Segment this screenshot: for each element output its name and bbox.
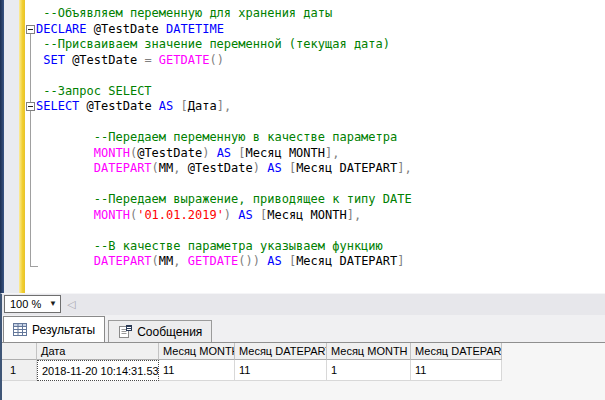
- code-token-plain: Дата: [188, 99, 217, 113]
- collapse-toggle-icon[interactable]: [26, 25, 35, 34]
- grid-corner-cell[interactable]: [2, 343, 37, 360]
- code-token-keyword: AS: [267, 254, 281, 268]
- code-token-operator: =: [144, 53, 158, 67]
- code-line: DATEPART(MM, @TestDate) AS [Месяц DATEPA…: [36, 161, 605, 177]
- code-token-keyword: AS: [217, 146, 231, 160]
- code-line: --Объявляем переменную для хранения даты: [36, 6, 605, 22]
- code-token-plain: [36, 146, 94, 160]
- code-token-plain: [36, 208, 94, 222]
- indicator-margin: [4, 0, 19, 293]
- code-token-operator: [: [231, 146, 245, 160]
- code-token-keyword: DATETIME: [166, 22, 224, 36]
- code-token-keyword: AS: [238, 208, 252, 222]
- code-token-function: MONTH: [94, 208, 130, 222]
- code-token-function: MONTH: [94, 146, 130, 160]
- code-token-keyword: SET: [43, 53, 65, 67]
- code-token-operator: [: [282, 254, 296, 268]
- code-token-plain: @TestDate: [137, 146, 202, 160]
- code-token-plain: @TestDate: [87, 22, 166, 36]
- code-line: [36, 115, 605, 131]
- code-token-operator: ()): [238, 254, 267, 268]
- code-token-operator: (: [152, 254, 159, 268]
- code-token-plain: @TestDate: [188, 161, 253, 175]
- horizontal-scrollbar[interactable]: ◁: [63, 294, 605, 316]
- code-token-keyword: AS: [267, 161, 281, 175]
- code-token-comment: --Присваиваем значение переменной (текущ…: [36, 37, 390, 51]
- code-token-operator: ,: [173, 254, 187, 268]
- grid-header-row: ДатаМесяц MONTHМесяц DATEPARTМесяц MONTH…: [2, 343, 605, 360]
- code-token-operator: (: [152, 161, 159, 175]
- messages-icon: [118, 325, 132, 338]
- code-line: [36, 223, 605, 239]
- code-token-plain: [36, 254, 94, 268]
- code-token-keyword: DECLARE: [36, 22, 87, 36]
- grid-rows: 12018-11-20 10:14:31.5301111111: [2, 360, 605, 381]
- code-area[interactable]: --Объявляем переменную для хранения даты…: [36, 6, 605, 270]
- code-token-plain: Месяц MONTH: [246, 146, 325, 160]
- code-token-comment: --В качестве параметра указываем функцию: [36, 239, 383, 253]
- code-token-plain: Месяц DATEPART: [296, 254, 397, 268]
- column-header[interactable]: Месяц MONTH: [159, 343, 235, 360]
- code-line: --Присваиваем значение переменной (текущ…: [36, 37, 605, 53]
- scroll-left-icon[interactable]: ◁: [67, 298, 75, 311]
- column-header[interactable]: Дата: [37, 343, 159, 360]
- outline-region-line: [30, 30, 31, 267]
- code-line: SELECT @TestDate AS [Дата],: [36, 99, 605, 115]
- code-token-plain: Месяц DATEPART: [296, 161, 397, 175]
- ssms-query-window: --Объявляем переменную для хранения даты…: [0, 0, 605, 400]
- collapse-toggle-icon[interactable]: [26, 102, 35, 111]
- code-token-operator: [: [173, 99, 187, 113]
- grid-cell[interactable]: 11: [235, 360, 327, 381]
- code-line: [36, 177, 605, 193]
- code-token-operator: ]: [397, 254, 404, 268]
- column-header[interactable]: Месяц DATEPART: [411, 343, 502, 360]
- code-line: [36, 68, 605, 84]
- results-grid-icon: [13, 323, 27, 336]
- code-line: DATEPART(MM, GETDATE()) AS [Месяц DATEPA…: [36, 254, 605, 270]
- grid-cell[interactable]: 2018-11-20 10:14:31.530: [37, 360, 159, 381]
- code-line: --Передаем переменную в качестве парамет…: [36, 130, 605, 146]
- code-token-function: GETDATE: [188, 254, 239, 268]
- code-token-operator: ): [224, 208, 238, 222]
- column-header[interactable]: Месяц MONTH: [327, 343, 411, 360]
- editor-bottom-bar: 100 % ▼ ◁: [0, 293, 605, 315]
- code-token-operator: ],: [397, 161, 411, 175]
- code-token-string: '01.01.2019': [137, 208, 224, 222]
- code-token-comment: --Запрос SELECT: [36, 84, 152, 98]
- code-token-comment: --Передаем выражение, приводящее к типу …: [36, 192, 412, 206]
- code-line: MONTH(@TestDate) AS [Месяц MONTH],: [36, 146, 605, 162]
- code-token-function: GETDATE: [159, 53, 210, 67]
- code-token-keyword: AS: [159, 99, 173, 113]
- code-line: --В качестве параметра указываем функцию: [36, 239, 605, 255]
- code-token-operator: (): [209, 53, 223, 67]
- table-row: 12018-11-20 10:14:31.5301111111: [2, 360, 605, 381]
- code-line: SET @TestDate = GETDATE(): [36, 53, 605, 69]
- tab-label: Сообщения: [137, 325, 202, 339]
- tab-label: Результаты: [32, 323, 95, 337]
- column-header[interactable]: Месяц DATEPART: [235, 343, 327, 360]
- code-token-plain: Месяц MONTH: [267, 208, 346, 222]
- code-line: --Запрос SELECT: [36, 84, 605, 100]
- change-tracking-bar: [19, 0, 25, 293]
- tab-messages[interactable]: Сообщения: [108, 320, 212, 342]
- tab-results[interactable]: Результаты: [3, 316, 105, 342]
- grid-cell[interactable]: 11: [411, 360, 502, 381]
- code-token-plain: [36, 161, 94, 175]
- code-line: MONTH('01.01.2019') AS [Месяц MONTH],: [36, 208, 605, 224]
- code-token-operator: ],: [217, 99, 231, 113]
- grid-cell[interactable]: 11: [159, 360, 235, 381]
- code-token-function: DATEPART: [94, 254, 152, 268]
- grid-cell[interactable]: 1: [327, 360, 411, 381]
- row-number-cell[interactable]: 1: [2, 360, 37, 381]
- zoom-level-combo[interactable]: 100 % ▼: [4, 295, 61, 313]
- code-token-plain: MM: [159, 161, 173, 175]
- code-token-operator: ): [202, 146, 216, 160]
- code-line: DECLARE @TestDate DATETIME: [36, 22, 605, 38]
- zoom-level-value: 100 %: [10, 298, 41, 310]
- chevron-down-icon[interactable]: ▼: [49, 299, 57, 309]
- code-token-operator: ,: [173, 161, 187, 175]
- results-tabs: РезультатыСообщения: [3, 316, 215, 342]
- code-line: --Передаем выражение, приводящее к типу …: [36, 192, 605, 208]
- sql-editor[interactable]: --Объявляем переменную для хранения даты…: [0, 0, 605, 293]
- code-token-operator: ],: [347, 208, 361, 222]
